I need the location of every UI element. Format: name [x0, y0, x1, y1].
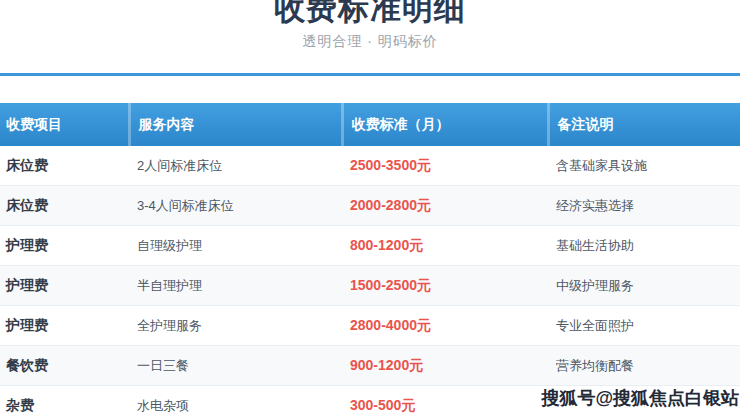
table-row: 床位费 3-4人间标准床位 2000-2800元 经济实惠选择	[0, 186, 740, 226]
cell-item: 护理费	[0, 306, 129, 346]
cell-item: 护理费	[0, 226, 129, 266]
cell-item: 床位费	[0, 146, 129, 186]
cell-price: 1500-2500元	[342, 266, 548, 306]
cell-service: 一日三餐	[129, 346, 342, 386]
cell-item: 床位费	[0, 186, 129, 226]
table-row: 护理费 自理级护理 800-1200元 基础生活协助	[0, 226, 740, 266]
table-row: 餐饮费 一日三餐 900-1200元 营养均衡配餐	[0, 346, 740, 386]
header-row: 收费项目 服务内容 收费标准（月） 备注说明	[0, 103, 740, 146]
column-header-price: 收费标准（月）	[342, 103, 548, 146]
cell-service: 全护理服务	[129, 306, 342, 346]
table-row: 护理费 半自理护理 1500-2500元 中级护理服务	[0, 266, 740, 306]
cell-price: 900-1200元	[342, 346, 548, 386]
cell-note: 营养均衡配餐	[548, 346, 740, 386]
cell-note: 含基础家具设施	[548, 146, 740, 186]
cell-service: 3-4人间标准床位	[129, 186, 342, 226]
column-header-item: 收费项目	[0, 103, 129, 146]
cell-note: 经济实惠选择	[548, 186, 740, 226]
cell-note: 专业全面照护	[548, 306, 740, 346]
cell-service: 2人间标准床位	[129, 146, 342, 186]
fee-table-header: 收费项目 服务内容 收费标准（月） 备注说明	[0, 103, 740, 146]
cell-price: 2800-4000元	[342, 306, 548, 346]
column-header-note: 备注说明	[548, 103, 740, 146]
cell-price: 300-500元	[342, 386, 548, 417]
page-subtitle: 透明合理 · 明码标价	[0, 33, 740, 49]
page-title: 收费标准明细	[0, 0, 740, 24]
cell-service: 半自理护理	[129, 266, 342, 306]
sohu-watermark: 搜狐号@搜狐焦点白银站	[541, 386, 739, 410]
cell-price: 800-1200元	[342, 226, 548, 266]
fee-table-body: 床位费 2人间标准床位 2500-3500元 含基础家具设施 床位费 3-4人间…	[0, 146, 740, 417]
cell-note: 基础生活协助	[548, 226, 740, 266]
cell-price: 2000-2800元	[342, 186, 548, 226]
fee-table: 收费项目 服务内容 收费标准（月） 备注说明 床位费 2人间标准床位 2500-…	[0, 103, 740, 417]
cell-item: 杂费	[0, 386, 129, 417]
cell-service: 水电杂项	[129, 386, 342, 417]
table-row: 床位费 2人间标准床位 2500-3500元 含基础家具设施	[0, 146, 740, 186]
accent-divider	[0, 73, 740, 76]
cell-price: 2500-3500元	[342, 146, 548, 186]
cell-note: 中级护理服务	[548, 266, 740, 306]
cell-item: 护理费	[0, 266, 129, 306]
column-header-service: 服务内容	[129, 103, 342, 146]
cell-item: 餐饮费	[0, 346, 129, 386]
table-row: 护理费 全护理服务 2800-4000元 专业全面照护	[0, 306, 740, 346]
cell-service: 自理级护理	[129, 226, 342, 266]
